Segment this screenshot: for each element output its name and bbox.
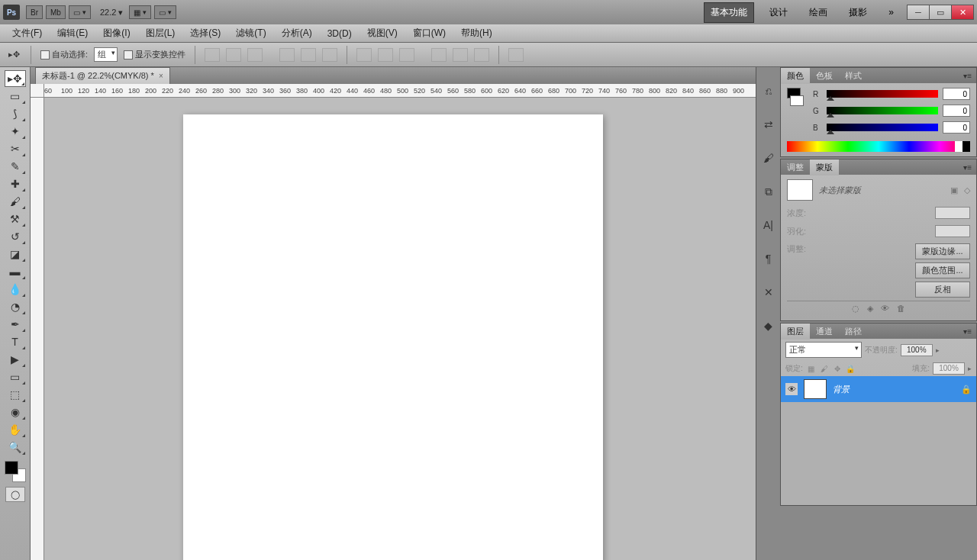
auto-align-button[interactable] — [508, 48, 524, 62]
menu-filter[interactable]: 滤镜(T) — [228, 24, 273, 42]
history-brush-tool[interactable]: ↺ — [5, 228, 26, 245]
tab-layers[interactable]: 图层 — [781, 323, 810, 340]
ruler-origin[interactable] — [31, 84, 44, 98]
clone-panel-icon[interactable]: ⧉ — [760, 183, 777, 200]
blend-mode-dropdown[interactable]: 正常 — [785, 342, 862, 358]
maximize-button[interactable]: ▭ — [929, 5, 952, 20]
tab-channels[interactable]: 通道 — [810, 323, 839, 340]
move-tool[interactable]: ▸✥ — [5, 70, 26, 87]
auto-select-checkbox[interactable]: 自动选择: — [40, 49, 88, 60]
b-input[interactable] — [943, 121, 970, 134]
distribute-vcenter-button[interactable] — [378, 48, 393, 62]
navigator-panel-icon[interactable]: ◆ — [760, 317, 777, 334]
fill-flyout-icon[interactable]: ▸ — [968, 365, 972, 372]
zoom-tool[interactable]: 🔍 — [5, 439, 26, 455]
crop-tool[interactable]: ✂ — [5, 140, 26, 157]
stamp-tool[interactable]: ⚒ — [5, 211, 26, 227]
workspace-photography[interactable]: 摄影 — [843, 3, 873, 22]
workspace-design[interactable]: 设计 — [763, 3, 794, 22]
pixel-mask-icon[interactable]: ▣ — [950, 185, 958, 195]
minimize-button[interactable]: ─ — [907, 5, 930, 20]
zoom-display[interactable]: 22.2 ▾ — [100, 8, 123, 18]
menu-window[interactable]: 窗口(W) — [405, 24, 453, 42]
opacity-flyout-icon[interactable]: ▸ — [936, 346, 940, 354]
distribute-top-button[interactable] — [356, 48, 372, 62]
vertical-ruler[interactable] — [31, 98, 44, 560]
mask-panel-menu-icon[interactable]: ▾≡ — [959, 163, 976, 172]
arrange-button[interactable]: ▦ — [129, 5, 151, 19]
document-tab[interactable]: 未标题-1 @ 22.2%(CMYK/8) * × — [35, 67, 170, 84]
3d-tool[interactable]: ⬚ — [5, 386, 26, 403]
menu-analysis[interactable]: 分析(A) — [274, 24, 320, 42]
tab-paths[interactable]: 路径 — [839, 323, 868, 340]
align-hcenter-button[interactable] — [301, 48, 316, 62]
apply-mask-icon[interactable]: ◈ — [867, 304, 873, 314]
history-panel-icon[interactable]: ⎌ — [760, 82, 777, 99]
quick-select-tool[interactable]: ✦ — [5, 123, 26, 140]
gradient-tool[interactable]: ▬ — [5, 263, 26, 280]
dodge-tool[interactable]: ◔ — [5, 298, 26, 315]
eraser-tool[interactable]: ◪ — [5, 246, 26, 262]
tab-adjustments[interactable]: 调整 — [781, 159, 810, 175]
screen-mode-button[interactable]: ▭ — [69, 5, 91, 19]
fg-bg-preview[interactable] — [787, 88, 804, 138]
distribute-bottom-button[interactable] — [399, 48, 414, 62]
healing-tool[interactable]: ✚ — [5, 175, 26, 192]
delete-mask-icon[interactable]: 🗑 — [897, 304, 905, 314]
shape-tool[interactable]: ▭ — [5, 369, 26, 385]
menu-view[interactable]: 视图(V) — [360, 24, 405, 42]
eyedropper-tool[interactable]: ✎ — [5, 158, 26, 175]
menu-edit[interactable]: 编辑(E) — [50, 24, 95, 42]
vector-mask-icon[interactable]: ◇ — [964, 185, 970, 195]
distribute-left-button[interactable] — [431, 48, 447, 62]
align-bottom-button[interactable] — [247, 48, 263, 62]
horizontal-ruler[interactable]: 6010012014016018020022024026028030032034… — [44, 84, 756, 98]
minibridge-button[interactable]: Mb — [46, 5, 66, 19]
align-vcenter-button[interactable] — [226, 48, 241, 62]
density-input[interactable] — [935, 207, 970, 219]
disable-mask-icon[interactable]: 👁 — [881, 304, 889, 314]
feather-input[interactable] — [935, 225, 970, 237]
mask-edge-button[interactable]: 蒙版边缘... — [915, 243, 970, 259]
workspace-more-icon[interactable]: » — [882, 4, 900, 21]
blur-tool[interactable]: 💧 — [5, 281, 26, 298]
close-button[interactable]: ✕ — [951, 5, 974, 20]
menu-image[interactable]: 图像(I) — [95, 24, 137, 42]
extras-button[interactable]: ▭ — [154, 5, 176, 19]
lock-transparency-icon[interactable]: ▦ — [806, 363, 817, 374]
align-top-button[interactable] — [205, 48, 220, 62]
workspace-essentials[interactable]: 基本功能 — [704, 2, 754, 23]
hand-tool[interactable]: ✋ — [5, 421, 26, 438]
g-input[interactable] — [943, 105, 970, 117]
paragraph-panel-icon[interactable]: ¶ — [760, 250, 777, 267]
character-panel-icon[interactable]: A| — [760, 217, 777, 233]
load-selection-icon[interactable]: ◌ — [852, 304, 859, 314]
b-slider[interactable] — [827, 124, 938, 131]
lock-position-icon[interactable]: ✥ — [832, 363, 843, 374]
g-slider[interactable] — [827, 107, 938, 114]
distribute-hcenter-button[interactable] — [453, 48, 468, 62]
lock-pixels-icon[interactable]: 🖌 — [819, 363, 830, 374]
menu-help[interactable]: 帮助(H) — [453, 24, 500, 42]
pen-tool[interactable]: ✒ — [5, 316, 26, 333]
bridge-button[interactable]: Br — [26, 5, 43, 19]
layers-panel-menu-icon[interactable]: ▾≡ — [959, 327, 976, 336]
menu-select[interactable]: 选择(S) — [182, 24, 228, 42]
3d-camera-tool[interactable]: ◉ — [5, 404, 26, 420]
color-range-button[interactable]: 颜色范围... — [915, 262, 970, 278]
visibility-toggle-icon[interactable]: 👁 — [785, 383, 798, 395]
align-left-button[interactable] — [279, 48, 295, 62]
layer-row-background[interactable]: 👁 背景 🔒 — [781, 376, 976, 402]
lock-all-icon[interactable]: 🔒 — [845, 363, 856, 374]
canvas[interactable] — [183, 114, 603, 560]
show-transform-checkbox[interactable]: 显示变换控件 — [124, 49, 185, 60]
quick-mask-button[interactable]: ◯ — [5, 487, 25, 502]
color-panel-menu-icon[interactable]: ▾≡ — [959, 72, 976, 80]
color-swatches[interactable] — [5, 461, 26, 482]
close-tab-icon[interactable]: × — [159, 72, 163, 80]
opacity-input[interactable]: 100% — [901, 344, 933, 356]
brush-panel-icon[interactable]: 🖌 — [760, 150, 777, 166]
tab-masks[interactable]: 蒙版 — [810, 159, 839, 175]
distribute-right-button[interactable] — [474, 48, 489, 62]
r-slider[interactable] — [827, 90, 938, 98]
